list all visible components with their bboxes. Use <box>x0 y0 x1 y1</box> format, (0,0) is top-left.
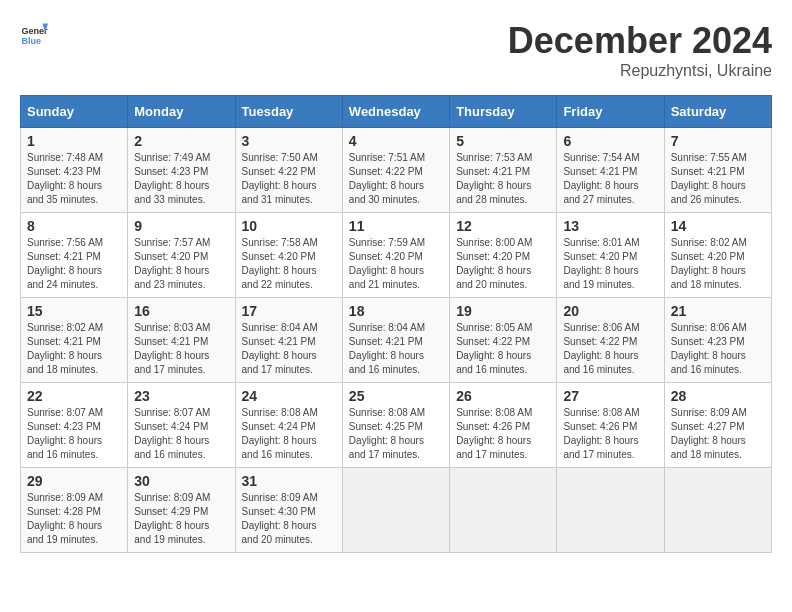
day-number: 21 <box>671 303 765 319</box>
day-number: 6 <box>563 133 657 149</box>
calendar-day-cell: 17Sunrise: 8:04 AMSunset: 4:21 PMDayligh… <box>235 298 342 383</box>
day-number: 28 <box>671 388 765 404</box>
calendar-week-row: 8Sunrise: 7:56 AMSunset: 4:21 PMDaylight… <box>21 213 772 298</box>
day-info: Sunrise: 8:07 AMSunset: 4:23 PMDaylight:… <box>27 406 121 462</box>
day-number: 2 <box>134 133 228 149</box>
day-info: Sunrise: 8:08 AMSunset: 4:26 PMDaylight:… <box>563 406 657 462</box>
day-info: Sunrise: 8:01 AMSunset: 4:20 PMDaylight:… <box>563 236 657 292</box>
day-info: Sunrise: 7:53 AMSunset: 4:21 PMDaylight:… <box>456 151 550 207</box>
logo-icon: General Blue <box>20 20 48 48</box>
day-number: 8 <box>27 218 121 234</box>
day-number: 11 <box>349 218 443 234</box>
calendar-day-cell: 6Sunrise: 7:54 AMSunset: 4:21 PMDaylight… <box>557 128 664 213</box>
day-number: 20 <box>563 303 657 319</box>
day-number: 16 <box>134 303 228 319</box>
day-number: 7 <box>671 133 765 149</box>
day-info: Sunrise: 8:07 AMSunset: 4:24 PMDaylight:… <box>134 406 228 462</box>
day-info: Sunrise: 8:04 AMSunset: 4:21 PMDaylight:… <box>242 321 336 377</box>
day-number: 31 <box>242 473 336 489</box>
day-info: Sunrise: 8:09 AMSunset: 4:30 PMDaylight:… <box>242 491 336 547</box>
day-number: 4 <box>349 133 443 149</box>
calendar-table: SundayMondayTuesdayWednesdayThursdayFrid… <box>20 95 772 553</box>
day-number: 15 <box>27 303 121 319</box>
calendar-day-cell: 4Sunrise: 7:51 AMSunset: 4:22 PMDaylight… <box>342 128 449 213</box>
calendar-day-cell: 18Sunrise: 8:04 AMSunset: 4:21 PMDayligh… <box>342 298 449 383</box>
day-number: 14 <box>671 218 765 234</box>
calendar-week-row: 1Sunrise: 7:48 AMSunset: 4:23 PMDaylight… <box>21 128 772 213</box>
day-info: Sunrise: 8:09 AMSunset: 4:28 PMDaylight:… <box>27 491 121 547</box>
calendar-day-cell <box>450 468 557 553</box>
day-info: Sunrise: 8:05 AMSunset: 4:22 PMDaylight:… <box>456 321 550 377</box>
day-info: Sunrise: 7:59 AMSunset: 4:20 PMDaylight:… <box>349 236 443 292</box>
title-section: December 2024 Repuzhyntsi, Ukraine <box>508 20 772 80</box>
calendar-header-row: SundayMondayTuesdayWednesdayThursdayFrid… <box>21 96 772 128</box>
day-info: Sunrise: 7:56 AMSunset: 4:21 PMDaylight:… <box>27 236 121 292</box>
calendar-day-cell: 3Sunrise: 7:50 AMSunset: 4:22 PMDaylight… <box>235 128 342 213</box>
calendar-day-cell: 23Sunrise: 8:07 AMSunset: 4:24 PMDayligh… <box>128 383 235 468</box>
calendar-day-cell: 19Sunrise: 8:05 AMSunset: 4:22 PMDayligh… <box>450 298 557 383</box>
day-info: Sunrise: 8:06 AMSunset: 4:23 PMDaylight:… <box>671 321 765 377</box>
calendar-day-cell: 10Sunrise: 7:58 AMSunset: 4:20 PMDayligh… <box>235 213 342 298</box>
calendar-day-cell <box>557 468 664 553</box>
day-info: Sunrise: 7:57 AMSunset: 4:20 PMDaylight:… <box>134 236 228 292</box>
day-number: 1 <box>27 133 121 149</box>
calendar-day-cell: 15Sunrise: 8:02 AMSunset: 4:21 PMDayligh… <box>21 298 128 383</box>
calendar-day-cell: 1Sunrise: 7:48 AMSunset: 4:23 PMDaylight… <box>21 128 128 213</box>
day-info: Sunrise: 7:51 AMSunset: 4:22 PMDaylight:… <box>349 151 443 207</box>
day-header-monday: Monday <box>128 96 235 128</box>
day-info: Sunrise: 8:08 AMSunset: 4:26 PMDaylight:… <box>456 406 550 462</box>
calendar-day-cell: 11Sunrise: 7:59 AMSunset: 4:20 PMDayligh… <box>342 213 449 298</box>
day-number: 5 <box>456 133 550 149</box>
day-number: 30 <box>134 473 228 489</box>
calendar-day-cell <box>342 468 449 553</box>
day-info: Sunrise: 8:08 AMSunset: 4:24 PMDaylight:… <box>242 406 336 462</box>
day-info: Sunrise: 7:49 AMSunset: 4:23 PMDaylight:… <box>134 151 228 207</box>
calendar-week-row: 29Sunrise: 8:09 AMSunset: 4:28 PMDayligh… <box>21 468 772 553</box>
calendar-day-cell: 2Sunrise: 7:49 AMSunset: 4:23 PMDaylight… <box>128 128 235 213</box>
calendar-day-cell: 26Sunrise: 8:08 AMSunset: 4:26 PMDayligh… <box>450 383 557 468</box>
month-title: December 2024 <box>508 20 772 62</box>
calendar-day-cell: 28Sunrise: 8:09 AMSunset: 4:27 PMDayligh… <box>664 383 771 468</box>
location-subtitle: Repuzhyntsi, Ukraine <box>508 62 772 80</box>
calendar-week-row: 22Sunrise: 8:07 AMSunset: 4:23 PMDayligh… <box>21 383 772 468</box>
day-info: Sunrise: 8:02 AMSunset: 4:20 PMDaylight:… <box>671 236 765 292</box>
calendar-day-cell: 16Sunrise: 8:03 AMSunset: 4:21 PMDayligh… <box>128 298 235 383</box>
day-info: Sunrise: 8:03 AMSunset: 4:21 PMDaylight:… <box>134 321 228 377</box>
day-header-sunday: Sunday <box>21 96 128 128</box>
day-info: Sunrise: 8:09 AMSunset: 4:29 PMDaylight:… <box>134 491 228 547</box>
day-info: Sunrise: 7:54 AMSunset: 4:21 PMDaylight:… <box>563 151 657 207</box>
day-number: 17 <box>242 303 336 319</box>
day-info: Sunrise: 8:08 AMSunset: 4:25 PMDaylight:… <box>349 406 443 462</box>
calendar-week-row: 15Sunrise: 8:02 AMSunset: 4:21 PMDayligh… <box>21 298 772 383</box>
calendar-day-cell: 8Sunrise: 7:56 AMSunset: 4:21 PMDaylight… <box>21 213 128 298</box>
day-info: Sunrise: 7:58 AMSunset: 4:20 PMDaylight:… <box>242 236 336 292</box>
svg-text:Blue: Blue <box>21 36 41 46</box>
day-number: 12 <box>456 218 550 234</box>
calendar-day-cell: 31Sunrise: 8:09 AMSunset: 4:30 PMDayligh… <box>235 468 342 553</box>
day-info: Sunrise: 8:09 AMSunset: 4:27 PMDaylight:… <box>671 406 765 462</box>
day-number: 24 <box>242 388 336 404</box>
day-number: 22 <box>27 388 121 404</box>
day-number: 3 <box>242 133 336 149</box>
day-number: 19 <box>456 303 550 319</box>
calendar-day-cell: 25Sunrise: 8:08 AMSunset: 4:25 PMDayligh… <box>342 383 449 468</box>
day-info: Sunrise: 7:55 AMSunset: 4:21 PMDaylight:… <box>671 151 765 207</box>
calendar-day-cell: 30Sunrise: 8:09 AMSunset: 4:29 PMDayligh… <box>128 468 235 553</box>
day-header-wednesday: Wednesday <box>342 96 449 128</box>
calendar-day-cell: 22Sunrise: 8:07 AMSunset: 4:23 PMDayligh… <box>21 383 128 468</box>
day-number: 27 <box>563 388 657 404</box>
day-info: Sunrise: 8:06 AMSunset: 4:22 PMDaylight:… <box>563 321 657 377</box>
calendar-day-cell: 7Sunrise: 7:55 AMSunset: 4:21 PMDaylight… <box>664 128 771 213</box>
calendar-day-cell: 12Sunrise: 8:00 AMSunset: 4:20 PMDayligh… <box>450 213 557 298</box>
logo: General Blue <box>20 20 48 48</box>
calendar-day-cell: 9Sunrise: 7:57 AMSunset: 4:20 PMDaylight… <box>128 213 235 298</box>
day-number: 23 <box>134 388 228 404</box>
day-header-saturday: Saturday <box>664 96 771 128</box>
day-info: Sunrise: 8:00 AMSunset: 4:20 PMDaylight:… <box>456 236 550 292</box>
day-info: Sunrise: 8:04 AMSunset: 4:21 PMDaylight:… <box>349 321 443 377</box>
day-header-friday: Friday <box>557 96 664 128</box>
calendar-day-cell: 14Sunrise: 8:02 AMSunset: 4:20 PMDayligh… <box>664 213 771 298</box>
day-number: 25 <box>349 388 443 404</box>
day-number: 18 <box>349 303 443 319</box>
calendar-day-cell: 20Sunrise: 8:06 AMSunset: 4:22 PMDayligh… <box>557 298 664 383</box>
